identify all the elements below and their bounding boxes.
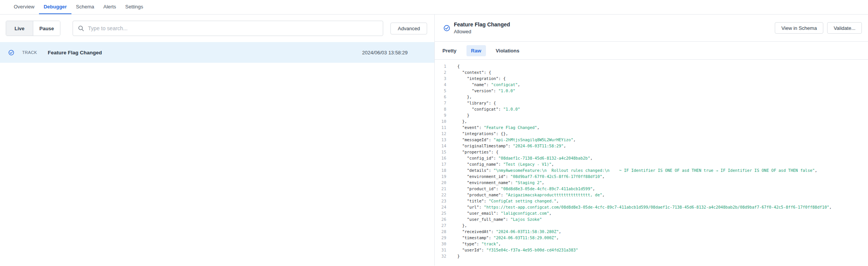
code-line: 6 },: [435, 94, 868, 100]
code-line: 30 "type": "track",: [435, 241, 868, 247]
code-line: 21 "product_id": "08d8d8e3-05de-4cfc-89c…: [435, 186, 868, 192]
line-number: 5: [438, 88, 446, 94]
code-line: 16 "config_id": "08daef1c-7138-45d6-8132…: [435, 155, 868, 161]
code-line: 25 "user_email": "lali@configcat.com",: [435, 210, 868, 216]
line-number: 2: [438, 69, 446, 75]
json-code: 1{2 "context": {3 "integration": {4 "nam…: [435, 60, 868, 266]
code-line: 5 "version": "1.0.0": [435, 88, 868, 94]
line-number: 18: [438, 167, 446, 173]
line-number: 21: [438, 186, 446, 192]
code-line: 7 "library": {: [435, 100, 868, 106]
check-circle-icon: [8, 50, 14, 55]
advanced-button[interactable]: Advanced: [390, 23, 427, 34]
line-number: 17: [438, 161, 446, 167]
detail-title: Feature Flag Changed: [454, 21, 510, 28]
debugger-toolbar: Live Pause Advanced: [0, 15, 434, 42]
tab-settings[interactable]: Settings: [121, 0, 148, 14]
code-line: 22 "product_name": "Azigazimacskaproduct…: [435, 192, 868, 198]
code-line: 9 }: [435, 112, 868, 118]
code-line: 10 },: [435, 118, 868, 124]
line-number: 30: [438, 241, 446, 247]
event-list-panel: Live Pause Advanced TRACK Feature Flag C…: [0, 15, 434, 266]
code-line: 31 "userId": "f315e04c-f37a-4e95-b00d-cd…: [435, 247, 868, 253]
line-number: 26: [438, 216, 446, 222]
line-number: 27: [438, 222, 446, 228]
code-line: 27 },: [435, 222, 868, 228]
code-line: 26 "user_full_name": "Lajos Szoke": [435, 216, 868, 222]
tab-debugger[interactable]: Debugger: [39, 0, 71, 14]
detail-titles: Feature Flag Changed Allowed: [454, 21, 510, 34]
line-number: 20: [438, 180, 446, 186]
code-line: 4 "name": "configcat",: [435, 82, 868, 88]
line-number: 32: [438, 253, 446, 259]
code-line: 20 "environment_name": "Staging 2",: [435, 180, 868, 186]
line-number: 31: [438, 247, 446, 253]
line-number: 10: [438, 118, 446, 124]
line-number: 24: [438, 204, 446, 210]
event-row[interactable]: TRACK Feature Flag Changed 2024/06/03 13…: [0, 42, 434, 63]
code-line: 28 "receivedAt": "2024-06-03T11:58:30.28…: [435, 228, 868, 235]
detail-header: Feature Flag Changed Allowed View in Sch…: [435, 15, 868, 41]
code-line: 18 "details": "\nmyAwesomeFeature:\n Rol…: [435, 167, 868, 173]
line-number: 3: [438, 75, 446, 82]
code-line: 1{: [435, 63, 868, 69]
code-line: 2 "context": {: [435, 69, 868, 75]
tab-schema[interactable]: Schema: [71, 0, 99, 14]
line-number: 15: [438, 149, 446, 155]
tab-pretty[interactable]: Pretty: [442, 45, 457, 56]
line-number: 14: [438, 143, 446, 149]
code-line: 11 "event": "Feature Flag Changed",: [435, 124, 868, 131]
live-button[interactable]: Live: [6, 21, 33, 36]
search-input[interactable]: [88, 25, 378, 31]
detail-tabs: Pretty Raw Violations: [435, 41, 868, 60]
view-in-schema-button[interactable]: View in Schema: [775, 22, 823, 34]
code-line: 17 "config_name": "Test (Legacy - V1)",: [435, 161, 868, 167]
code-line: 12 "integrations": {},: [435, 131, 868, 137]
line-number: 12: [438, 131, 446, 137]
event-type-label: TRACK: [22, 50, 40, 55]
line-number: 8: [438, 106, 446, 112]
main-split: Live Pause Advanced TRACK Feature Flag C…: [0, 15, 868, 266]
search-box: [73, 21, 383, 36]
code-line: 19 "environment_id": "08d9baf7-67f0-42c5…: [435, 173, 868, 180]
tab-overview[interactable]: Overview: [9, 0, 39, 14]
line-number: 13: [438, 137, 446, 143]
line-number: 6: [438, 94, 446, 100]
event-name: Feature Flag Changed: [48, 50, 102, 55]
pause-button[interactable]: Pause: [33, 21, 60, 36]
top-nav: Overview Debugger Schema Alerts Settings: [0, 0, 868, 15]
tab-alerts[interactable]: Alerts: [99, 0, 121, 14]
code-line: 13 "messageId": "api-2hMtjsSnagilq8W5L2W…: [435, 137, 868, 143]
line-number: 11: [438, 124, 446, 131]
line-number: 25: [438, 210, 446, 216]
status-badge: Allowed: [454, 29, 510, 34]
line-number: 29: [438, 235, 446, 241]
code-line: 23 "title": "ConfigCat setting changed."…: [435, 198, 868, 204]
line-number: 28: [438, 228, 446, 235]
code-line: 15 "properties": {: [435, 149, 868, 155]
event-detail-panel: Feature Flag Changed Allowed View in Sch…: [434, 15, 868, 266]
search-icon: [78, 25, 84, 32]
check-circle-icon: [444, 25, 450, 31]
tab-raw[interactable]: Raw: [466, 45, 486, 56]
code-line: 24 "url": "https://test-app.configcat.co…: [435, 204, 868, 210]
line-number: 16: [438, 155, 446, 161]
line-number: 7: [438, 100, 446, 106]
code-line: 8 "configcat": "1.0.0": [435, 106, 868, 112]
live-pause-toggle: Live Pause: [6, 21, 60, 36]
line-number: 1: [438, 63, 446, 69]
code-line: 32}: [435, 253, 868, 259]
line-number: 23: [438, 198, 446, 204]
line-number: 4: [438, 82, 446, 88]
tab-violations[interactable]: Violations: [496, 45, 520, 56]
code-line: 29 "timestamp": "2024-06-03T11:58:29.000…: [435, 235, 868, 241]
line-number: 22: [438, 192, 446, 198]
validate-button[interactable]: Validate...: [827, 22, 862, 34]
line-number: 19: [438, 173, 446, 180]
code-line: 14 "originalTimestamp": "2024-06-03T11:5…: [435, 143, 868, 149]
event-timestamp: 2024/06/03 13:58:29: [362, 50, 408, 55]
line-number: 9: [438, 112, 446, 118]
header-buttons: View in Schema Validate...: [775, 22, 862, 34]
code-line: 3 "integration": {: [435, 75, 868, 82]
